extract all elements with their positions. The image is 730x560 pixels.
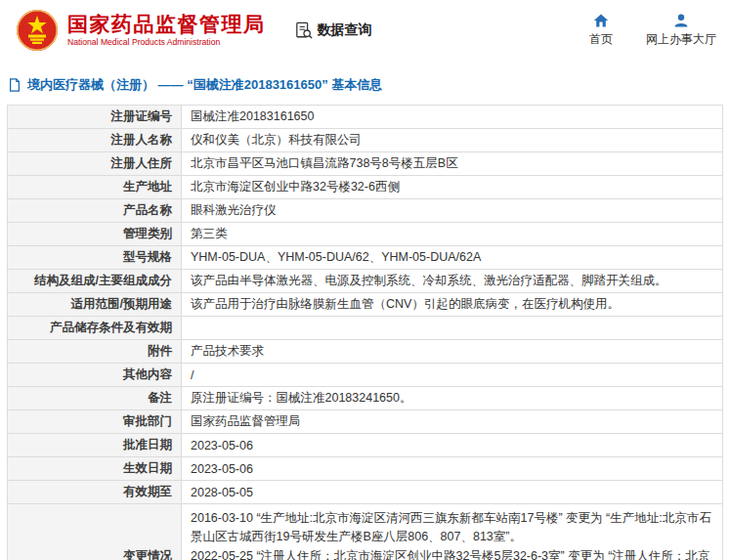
row-label: 批准日期 xyxy=(8,434,182,457)
table-row: 产品储存条件及有效期 xyxy=(8,317,723,340)
page-title: 境内医疗器械（注册） —— “国械注准20183161650” 基本信息 xyxy=(27,76,382,94)
nav-online-service-hall[interactable]: 网上办事大厅 xyxy=(646,13,716,48)
page-title-bar: 境内医疗器械（注册） —— “国械注准20183161650” 基本信息 xyxy=(8,76,730,94)
nav-home-label: 首页 xyxy=(589,31,613,48)
table-row: 注册人住所 北京市昌平区马池口镇昌流路738号8号楼五层B区 xyxy=(8,152,723,176)
row-label: 注册人住所 xyxy=(8,152,182,176)
nav-hall-label: 网上办事大厅 xyxy=(646,31,716,48)
document-icon xyxy=(8,78,21,92)
table-row: 备注 原注册证编号：国械注准20183241650。 xyxy=(8,387,723,410)
registration-info-table: 注册证编号 国械注准20183161650 注册人名称 仪和仪美（北京）科技有限… xyxy=(7,105,723,560)
data-query-label: 数据查询 xyxy=(318,22,372,39)
row-value: 北京市昌平区马池口镇昌流路738号8号楼五层B区 xyxy=(182,152,723,176)
table-row: 注册证编号 国械注准20183161650 xyxy=(8,106,723,129)
table-row: 型号规格 YHM-05-DUA、YHM-05-DUA/62、YHM-05-DUA… xyxy=(8,246,723,270)
table-row: 附件 产品技术要求 xyxy=(8,340,723,364)
table-row: 变更情况 2016-03-10 “生产地址:北京市海淀区清河西三旗东新都车站南1… xyxy=(8,504,723,560)
table-row: 批准日期 2023-05-06 xyxy=(8,434,723,457)
row-label: 审批部门 xyxy=(8,410,182,434)
data-query-menu[interactable]: 数据查询 xyxy=(295,22,372,39)
agency-name-cn: 国家药品监督管理局 xyxy=(67,13,266,36)
row-label: 管理类别 xyxy=(8,223,182,246)
table-row: 注册人名称 仪和仪美（北京）科技有限公司 xyxy=(8,129,723,152)
row-label: 注册证编号 xyxy=(8,106,182,129)
row-value: 国械注准20183161650 xyxy=(182,106,723,129)
person-icon xyxy=(673,13,689,28)
row-value: 眼科激光治疗仪 xyxy=(182,199,723,223)
row-value: 该产品用于治疗由脉络膜新生血管（CNV）引起的眼底病变，在医疗机构使用。 xyxy=(182,293,723,317)
table-row: 产品名称 眼科激光治疗仪 xyxy=(8,199,723,223)
table-row: 适用范围/预期用途 该产品用于治疗由脉络膜新生血管（CNV）引起的眼底病变，在医… xyxy=(8,293,723,317)
row-label: 产品储存条件及有效期 xyxy=(8,317,182,340)
agency-title-block: 国家药品监督管理局 National Medical Products Admi… xyxy=(67,13,266,48)
row-value: 产品技术要求 xyxy=(182,340,723,364)
table-row: 审批部门 国家药品监督管理局 xyxy=(8,410,723,434)
row-value: 该产品由半导体激光器、电源及控制系统、冷却系统、激光治疗适配器、脚踏开关组成。 xyxy=(182,270,723,293)
row-label: 生产地址 xyxy=(8,176,182,199)
row-label: 注册人名称 xyxy=(8,129,182,152)
row-label: 结构及组成/主要组成成分 xyxy=(8,270,182,293)
row-value: 原注册证编号：国械注准20183241650。 xyxy=(182,387,723,410)
document-search-icon xyxy=(295,22,313,39)
row-label: 变更情况 xyxy=(8,504,182,560)
row-value xyxy=(182,317,723,340)
table-row: 生效日期 2023-05-06 xyxy=(8,457,723,481)
row-value: 北京市海淀区创业中路32号楼32-6西侧 xyxy=(182,176,723,199)
row-value: 国家药品监督管理局 xyxy=(182,410,723,434)
row-label: 型号规格 xyxy=(8,246,182,270)
table-row: 生产地址 北京市海淀区创业中路32号楼32-6西侧 xyxy=(8,176,723,199)
row-value: 2023-05-06 xyxy=(182,457,723,481)
row-value: / xyxy=(182,364,723,387)
home-icon xyxy=(593,13,609,28)
table-row: 结构及组成/主要组成成分 该产品由半导体激光器、电源及控制系统、冷却系统、激光治… xyxy=(8,270,723,293)
row-label: 备注 xyxy=(8,387,182,410)
row-label: 生效日期 xyxy=(8,457,182,481)
row-label: 有效期至 xyxy=(8,481,182,504)
agency-name-en: National Medical Products Administration xyxy=(67,38,266,48)
row-value: 第三类 xyxy=(182,223,723,246)
row-label: 附件 xyxy=(8,340,182,364)
row-label: 产品名称 xyxy=(8,199,182,223)
table-row: 管理类别 第三类 xyxy=(8,223,723,246)
row-value: 2016-03-10 “生产地址:北京市海淀区清河西三旗东新都车站南17号楼” … xyxy=(182,504,723,560)
row-value: 仪和仪美（北京）科技有限公司 xyxy=(182,129,723,152)
table-row: 其他内容 / xyxy=(8,364,723,387)
row-value: 2023-05-06 xyxy=(182,434,723,457)
nav-home[interactable]: 首页 xyxy=(589,13,613,48)
national-emblem-icon xyxy=(16,9,59,52)
row-value: 2028-05-05 xyxy=(182,481,723,504)
row-value: YHM-05-DUA、YHM-05-DUA/62、YHM-05-DUA/62A xyxy=(182,246,723,270)
table-row: 有效期至 2028-05-05 xyxy=(8,481,723,504)
row-label: 适用范围/预期用途 xyxy=(8,293,182,317)
header: 国家药品监督管理局 National Medical Products Admi… xyxy=(0,0,730,61)
row-label: 其他内容 xyxy=(8,364,182,387)
